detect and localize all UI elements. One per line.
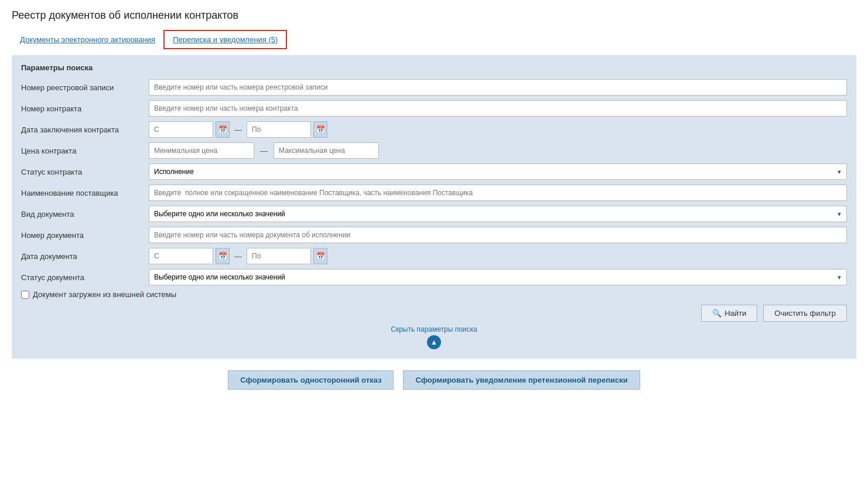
registry-number-row: Номер реестровой записи [21, 79, 847, 96]
tabs-container: Документы электронного актирования Переп… [12, 30, 856, 49]
external-system-checkbox[interactable] [21, 291, 29, 299]
date-separator: — [232, 125, 244, 134]
external-system-checkbox-row: Документ загружен из внешней системы [21, 290, 847, 299]
document-status-select[interactable]: Выберите одно или несколько значений [149, 269, 847, 285]
document-date-to-calendar[interactable]: 📅 [313, 248, 327, 264]
search-panel: Параметры поиска Номер реестровой записи… [12, 55, 856, 359]
search-button[interactable]: 🔍 Найти [701, 305, 757, 322]
contract-status-row: Статус контракта Исполнение [21, 163, 847, 180]
contract-price-row: Цена контракта — [21, 142, 847, 159]
calendar-icon: 📅 [218, 125, 227, 134]
external-system-label: Документ загружен из внешней системы [33, 290, 176, 299]
price-separator: — [258, 147, 270, 155]
hide-search-row: Скрыть параметры поиска ▲ [21, 325, 847, 349]
document-type-wrapper: Выберите одно или несколько значений [149, 206, 847, 222]
document-date-to[interactable] [247, 248, 311, 264]
document-status-row: Статус документа Выберите одно или неско… [21, 269, 847, 285]
contract-date-group: 📅 — 📅 [149, 121, 847, 138]
bottom-actions: Сформировать односторонний отказ Сформир… [12, 370, 856, 390]
document-date-from-calendar[interactable]: 📅 [216, 248, 230, 264]
document-date-from[interactable] [149, 248, 213, 264]
document-type-row: Вид документа Выберите одно или нескольк… [21, 206, 847, 222]
contract-number-input[interactable] [149, 100, 847, 117]
search-actions-row: 🔍 Найти Очистить фильтр [21, 305, 847, 322]
registry-number-input[interactable] [149, 79, 847, 96]
search-icon: 🔍 [712, 309, 722, 318]
search-panel-title: Параметры поиска [21, 63, 847, 72]
document-number-row: Номер документа [21, 227, 847, 243]
document-status-label: Статус документа [21, 273, 144, 282]
contract-price-min[interactable] [149, 142, 254, 159]
contract-number-label: Номер контракта [21, 104, 144, 113]
contract-price-label: Цена контракта [21, 147, 144, 155]
supplier-name-row: Наименование поставщика [21, 185, 847, 201]
contract-status-label: Статус контракта [21, 168, 144, 176]
contract-price-max[interactable] [274, 142, 379, 159]
contract-price-group: — [149, 142, 847, 159]
document-type-select[interactable]: Выберите одно или несколько значений [149, 206, 847, 222]
supplier-name-label: Наименование поставщика [21, 189, 144, 197]
chevron-up-icon: ▲ [430, 338, 438, 346]
contract-number-row: Номер контракта [21, 100, 847, 117]
search-button-label: Найти [725, 309, 746, 318]
tab-electronic[interactable]: Документы электронного актирования [12, 30, 163, 49]
contract-date-from-calendar[interactable]: 📅 [216, 121, 230, 138]
contract-date-from[interactable] [149, 121, 213, 138]
tab-correspondence[interactable]: Переписка и уведомления (5) [163, 30, 287, 49]
claim-notification-button[interactable]: Сформировать уведомление претензионной п… [403, 370, 640, 390]
contract-date-to[interactable] [247, 121, 311, 138]
hide-search-link[interactable]: Скрыть параметры поиска [391, 325, 477, 333]
document-number-label: Номер документа [21, 231, 144, 240]
document-date-label: Дата документа [21, 252, 144, 261]
contract-date-label: Дата заключения контракта [21, 125, 144, 134]
supplier-name-input[interactable] [149, 185, 847, 201]
document-type-label: Вид документа [21, 210, 144, 219]
document-date-separator: — [232, 252, 244, 261]
document-date-group: 📅 — 📅 [149, 248, 847, 264]
contract-date-row: Дата заключения контракта 📅 — 📅 [21, 121, 847, 138]
document-date-row: Дата документа 📅 — 📅 [21, 248, 847, 264]
registry-number-label: Номер реестровой записи [21, 83, 144, 92]
calendar-icon-3: 📅 [218, 252, 227, 260]
clear-filter-button[interactable]: Очистить фильтр [763, 305, 847, 322]
hide-chevron-button[interactable]: ▲ [427, 335, 441, 349]
contract-date-to-calendar[interactable]: 📅 [313, 121, 327, 138]
document-number-input[interactable] [149, 227, 847, 243]
contract-status-wrapper: Исполнение [149, 163, 847, 180]
page-title: Реестр документов об исполнении контракт… [12, 9, 856, 22]
calendar-icon-2: 📅 [316, 125, 325, 134]
contract-status-select[interactable]: Исполнение [149, 163, 847, 180]
calendar-icon-4: 📅 [316, 252, 325, 260]
document-status-wrapper: Выберите одно или несколько значений [149, 269, 847, 285]
unilateral-refusal-button[interactable]: Сформировать односторонний отказ [228, 370, 394, 390]
